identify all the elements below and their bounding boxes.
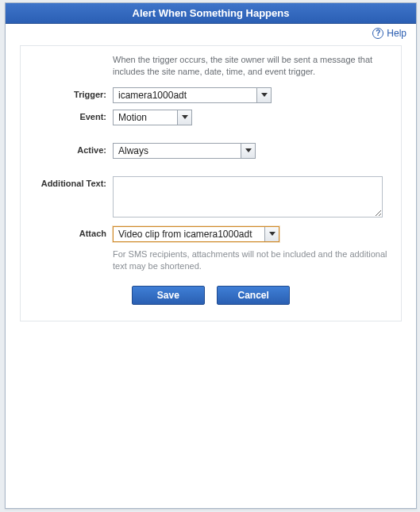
active-select-value: Always [118,145,148,156]
attach-hint: For SMS recipients, attachments will not… [113,248,388,272]
trigger-select[interactable]: icamera1000adt [113,87,272,103]
cancel-button[interactable]: Cancel [217,286,290,305]
event-select-value: Motion [118,112,147,123]
label-additional-text: Additional Text: [33,176,113,188]
button-row: Save Cancel [33,286,388,305]
label-active: Active: [33,143,113,155]
row-attach: Attach Video clip from icamera1000adt [33,226,388,242]
row-trigger: Trigger: icamera1000adt [33,87,388,103]
help-row: ? Help [6,24,416,39]
dialog-title: Alert When Something Happens [6,3,416,24]
trigger-select-value: icamera1000adt [118,90,187,101]
attach-select[interactable]: Video clip from icamera1000adt [113,226,279,242]
label-trigger: Trigger: [33,87,113,99]
help-link[interactable]: ? Help [372,28,407,39]
chevron-down-icon [177,110,191,125]
row-additional-text: Additional Text: [33,176,388,220]
help-label: Help [387,28,407,39]
row-active: Active: Always [33,143,388,159]
help-icon: ? [372,28,383,39]
save-button[interactable]: Save [132,286,205,305]
form-panel: When the trigger occurs, the site owner … [20,45,402,321]
chevron-down-icon [241,144,255,158]
row-event: Event: Motion [33,110,388,125]
chevron-down-icon [256,88,271,102]
event-select[interactable]: Motion [113,110,192,125]
label-event: Event: [33,110,113,121]
chevron-down-icon [264,227,279,241]
attach-select-value: Video clip from icamera1000adt [118,229,252,240]
dialog-window: Alert When Something Happens ? Help When… [5,2,417,509]
active-select[interactable]: Always [113,143,256,159]
label-attach: Attach [33,226,113,238]
additional-text-input[interactable] [113,176,383,218]
description-text: When the trigger occurs, the site owner … [113,54,388,78]
